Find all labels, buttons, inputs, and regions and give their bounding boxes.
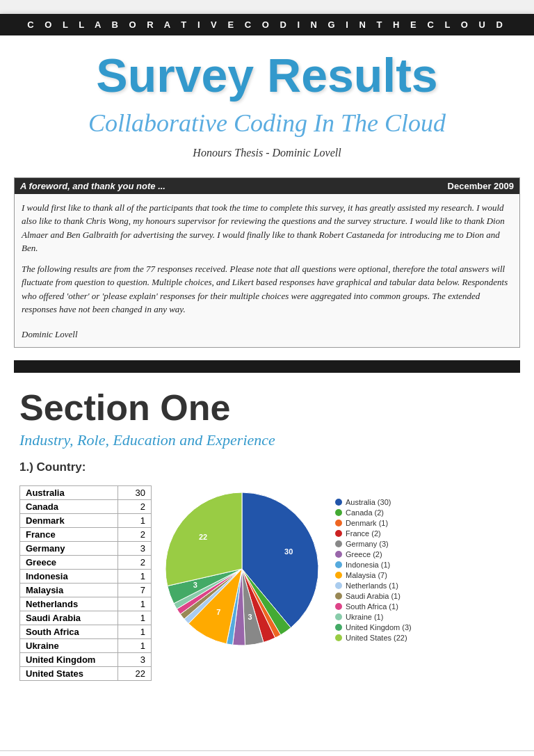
- table-row: Indonesia1: [20, 569, 152, 583]
- country-table-wrapper: Australia30Canada2Denmark1France2Germany…: [19, 485, 152, 681]
- legend-label: United Kingdom (3): [346, 623, 412, 632]
- pie-label: 3: [193, 581, 197, 589]
- header-text: C O L L A B O R A T I V E C O D I N G I …: [27, 19, 507, 30]
- legend-dot: [335, 613, 342, 620]
- legend-label: Denmark (1): [346, 519, 388, 527]
- table-row: Malaysia7: [20, 583, 152, 597]
- legend-item: Denmark (1): [335, 519, 412, 527]
- country-section: Australia30Canada2Denmark1France2Germany…: [19, 485, 515, 681]
- legend-item: Canada (2): [335, 508, 412, 517]
- country-count: 30: [118, 485, 151, 499]
- legend-item: Australia (30): [335, 498, 412, 506]
- country-name: Greece: [20, 555, 118, 569]
- foreword-box: A foreword, and thank you note ... Decem…: [14, 177, 520, 348]
- legend-item: United States (22): [335, 634, 412, 642]
- title-section: Survey Results Collaborative Coding In T…: [0, 35, 534, 177]
- table-row: South Africa1: [20, 625, 152, 638]
- country-name: United States: [20, 666, 118, 680]
- country-name: Germany: [20, 541, 118, 555]
- country-name: South Africa: [20, 625, 118, 638]
- foreword-header: A foreword, and thank you note ... Decem…: [15, 178, 519, 194]
- legend-dot: [335, 509, 342, 516]
- table-row: France2: [20, 527, 152, 541]
- pie-label: 30: [284, 547, 293, 556]
- legend-dot: [335, 572, 342, 579]
- country-count: 22: [118, 666, 151, 680]
- legend-label: Ukraine (1): [346, 613, 383, 621]
- legend-item: South Africa (1): [335, 602, 412, 611]
- foreword-date: December 2009: [448, 181, 514, 191]
- legend-label: Indonesia (1): [346, 561, 390, 569]
- legend-item: Malaysia (7): [335, 571, 412, 579]
- country-name: United Kingdom: [20, 652, 118, 666]
- legend-item: Ukraine (1): [335, 613, 412, 621]
- legend-item: Netherlands (1): [335, 581, 412, 590]
- country-name: Indonesia: [20, 569, 118, 583]
- country-count: 1: [118, 638, 151, 652]
- table-row: Canada2: [20, 499, 152, 513]
- legend-dot: [335, 530, 342, 537]
- country-count: 3: [118, 541, 151, 555]
- legend-dot: [335, 499, 342, 506]
- country-count: 1: [118, 611, 151, 625]
- country-count: 1: [118, 597, 151, 611]
- legend-label: South Africa (1): [346, 602, 398, 611]
- country-count: 3: [118, 652, 151, 666]
- legend-dot: [335, 624, 342, 631]
- foreword-body: I would first like to thank all of the p…: [15, 194, 519, 323]
- foreword-paragraph1: I would first like to thank all of the p…: [22, 201, 512, 255]
- question-label: 1.) Country:: [19, 460, 515, 474]
- legend-dot: [335, 561, 342, 568]
- table-row: Australia30: [20, 485, 152, 499]
- country-count: 2: [118, 527, 151, 541]
- country-count: 2: [118, 555, 151, 569]
- country-name: Canada: [20, 499, 118, 513]
- pie-label: 7: [216, 608, 220, 616]
- country-table: Australia30Canada2Denmark1France2Germany…: [19, 485, 152, 681]
- table-row: Greece2: [20, 555, 152, 569]
- footer: 1: [0, 750, 534, 756]
- table-row: United Kingdom3: [20, 652, 152, 666]
- foreword-paragraph2: The following results are from the 77 re…: [22, 262, 512, 316]
- legend-dot: [335, 551, 342, 558]
- table-row: Germany3: [20, 541, 152, 555]
- main-title: Survey Results: [21, 49, 513, 102]
- legend-item: France (2): [335, 529, 412, 538]
- table-row: Saudi Arabia1: [20, 611, 152, 625]
- legend-label: Canada (2): [346, 508, 384, 517]
- legend-dot: [335, 582, 342, 589]
- pie-chart-svg: 3037322: [159, 485, 325, 652]
- legend-label: Greece (2): [346, 550, 382, 558]
- legend-label: France (2): [346, 529, 381, 538]
- section-area: Section One Industry, Role, Education an…: [0, 373, 534, 695]
- country-name: France: [20, 527, 118, 541]
- country-count: 1: [118, 625, 151, 638]
- pie-label: 3: [248, 613, 252, 621]
- pie-chart: 3037322: [159, 485, 325, 655]
- country-count: 7: [118, 583, 151, 597]
- legend-dot: [335, 520, 342, 526]
- legend-item: Saudi Arabia (1): [335, 592, 412, 600]
- legend-item: Greece (2): [335, 550, 412, 558]
- country-name: Ukraine: [20, 638, 118, 652]
- country-name: Netherlands: [20, 597, 118, 611]
- table-row: Ukraine1: [20, 638, 152, 652]
- section-subtitle: Industry, Role, Education and Experience: [19, 431, 515, 449]
- subtitle: Collaborative Coding In The Cloud: [21, 108, 513, 138]
- legend-item: Germany (3): [335, 540, 412, 548]
- legend-dot: [335, 603, 342, 610]
- country-name: Malaysia: [20, 583, 118, 597]
- legend-label: United States (22): [346, 634, 407, 642]
- legend-item: Indonesia (1): [335, 561, 412, 569]
- section-title: Section One: [19, 387, 515, 428]
- foreword-header-left: A foreword, and thank you note ...: [20, 181, 165, 191]
- legend-dot: [335, 593, 342, 600]
- country-count: 1: [118, 569, 151, 583]
- header-bar: C O L L A B O R A T I V E C O D I N G I …: [0, 14, 534, 35]
- author: Honours Thesis - Dominic Lovell: [21, 147, 513, 159]
- chart-area: 3037322 Australia (30)Canada (2)Denmark …: [159, 485, 515, 655]
- table-row: Netherlands1: [20, 597, 152, 611]
- page: C O L L A B O R A T I V E C O D I N G I …: [0, 14, 534, 756]
- divider-bar: [14, 360, 520, 373]
- country-name: Australia: [20, 485, 118, 499]
